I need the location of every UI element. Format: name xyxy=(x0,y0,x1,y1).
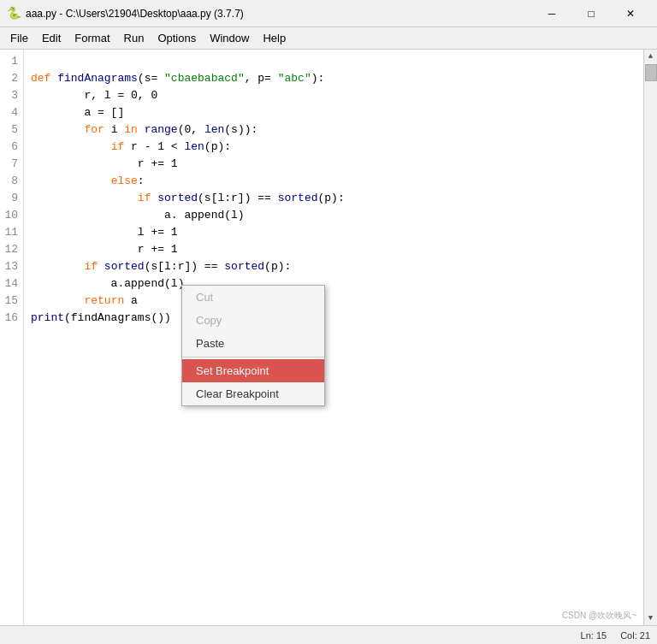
menu-format[interactable]: Format xyxy=(68,27,116,49)
context-separator xyxy=(182,357,324,357)
context-menu: Cut Copy Paste Set Breakpoint Clear Brea… xyxy=(181,285,325,406)
menu-edit[interactable]: Edit xyxy=(35,27,68,49)
context-cut[interactable]: Cut xyxy=(182,286,324,309)
watermark: CSDN @吹吹晚风~ xyxy=(562,610,636,622)
editor-container: 1 2 3 4 5 6 7 8 9 10 11 12 13 14 15 16 d… xyxy=(0,50,657,625)
context-copy[interactable]: Copy xyxy=(182,309,324,332)
menu-file[interactable]: File xyxy=(3,27,35,49)
app-icon: 🐍 xyxy=(7,7,21,21)
menu-run[interactable]: Run xyxy=(117,27,151,49)
titlebar: 🐍 aaa.py - C:\Users\21904\Desktop\aaa.py… xyxy=(0,0,657,27)
status-col: Col: 21 xyxy=(620,630,650,641)
maximize-button[interactable]: □ xyxy=(571,0,611,27)
menu-help[interactable]: Help xyxy=(256,27,293,49)
minimize-button[interactable]: ─ xyxy=(532,0,571,27)
menu-options[interactable]: Options xyxy=(151,27,203,49)
scrollbar-thumb[interactable] xyxy=(645,64,657,81)
menu-window[interactable]: Window xyxy=(203,27,256,49)
scroll-up-arrow[interactable]: ▲ xyxy=(644,50,658,63)
line-numbers: 1 2 3 4 5 6 7 8 9 10 11 12 13 14 15 16 xyxy=(0,50,24,625)
close-button[interactable]: ✕ xyxy=(611,0,650,27)
scrollbar-track[interactable] xyxy=(644,63,657,612)
menubar: File Edit Format Run Options Window Help xyxy=(0,27,657,50)
status-ln: Ln: 15 xyxy=(581,630,607,641)
context-clear-breakpoint[interactable]: Clear Breakpoint xyxy=(182,382,324,405)
context-paste[interactable]: Paste xyxy=(182,332,324,355)
window-title: aaa.py - C:\Users\21904\Desktop\aaa.py (… xyxy=(26,8,532,20)
statusbar: Ln: 15 Col: 21 xyxy=(0,625,657,644)
vertical-scrollbar[interactable]: ▲ ▼ xyxy=(643,50,657,625)
code-editor[interactable]: def findAnagrams(s= "cbaebabacd", p= "ab… xyxy=(24,50,643,625)
window-controls: ─ □ ✕ xyxy=(532,0,650,27)
scroll-down-arrow[interactable]: ▼ xyxy=(644,612,658,625)
context-set-breakpoint[interactable]: Set Breakpoint xyxy=(182,359,324,382)
